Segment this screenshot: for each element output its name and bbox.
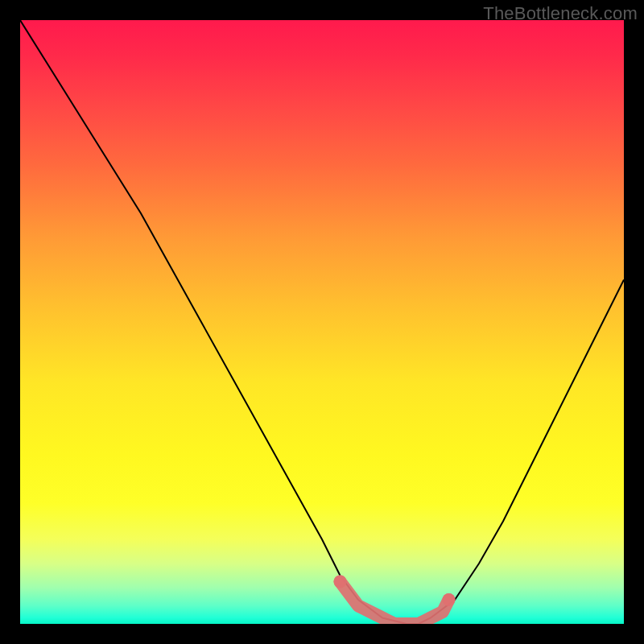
highlight-dot xyxy=(443,593,456,606)
highlight-band xyxy=(341,582,449,625)
chart-frame: TheBottleneck.com xyxy=(0,0,644,644)
bottleneck-curve xyxy=(20,20,624,624)
chart-plot-area xyxy=(20,20,624,624)
chart-svg xyxy=(20,20,624,624)
watermark-text: TheBottleneck.com xyxy=(483,3,638,24)
highlight-dot xyxy=(334,576,347,588)
